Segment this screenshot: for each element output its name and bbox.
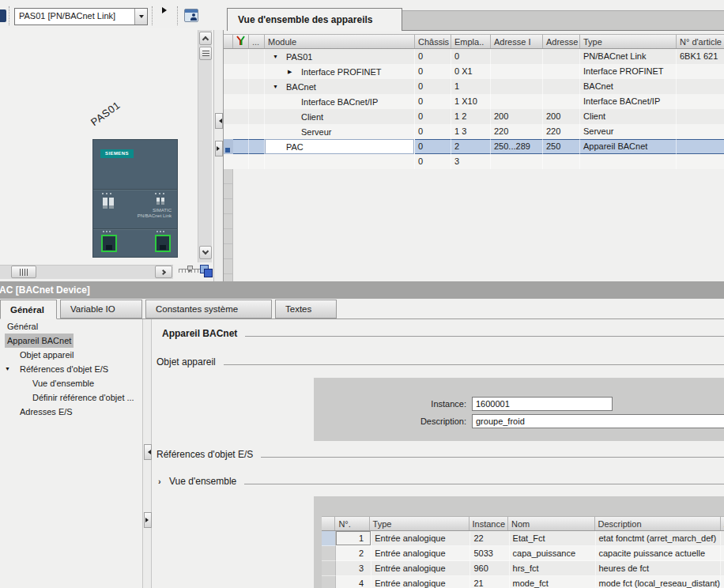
row-gutter-cell[interactable] xyxy=(224,154,233,169)
nav-item[interactable]: Définir référence d'objet ... xyxy=(0,390,142,405)
device-table-row[interactable]: ▼BACnet01BACnet xyxy=(224,79,724,94)
properties-tab-4[interactable]: Textes xyxy=(275,300,337,318)
extra-cell xyxy=(249,124,265,139)
column-header-chassis[interactable]: Châssis xyxy=(415,35,451,48)
instance-cell: 5033 xyxy=(470,546,509,561)
drag-handle-icon[interactable] xyxy=(225,148,230,153)
tab-device-overview[interactable]: Vue d'ensemble des appareils xyxy=(227,8,402,31)
instance-input[interactable] xyxy=(472,397,613,411)
ref-table-row[interactable]: 4Entrée analogique21mode_fctmode fct (lo… xyxy=(322,576,724,588)
device-table-row[interactable]: PAC02250...289250Appareil BACnet xyxy=(224,139,724,154)
row-gutter-cell[interactable] xyxy=(224,109,233,124)
article-cell xyxy=(677,79,724,94)
module-cell[interactable]: ▶Interface PROFINET xyxy=(265,64,415,79)
expand-chevron-icon[interactable]: › xyxy=(158,477,169,486)
nav-item[interactable]: Général xyxy=(0,319,142,334)
nav-item[interactable]: Objet appareil xyxy=(0,348,142,362)
module-cell[interactable]: PAC xyxy=(265,139,415,154)
column-header-module[interactable]: Module xyxy=(265,35,415,48)
properties-content: Appareil BACnet Objet appareil Instance:… xyxy=(152,319,724,588)
flyout-arrow-icon[interactable] xyxy=(162,7,170,13)
row-gutter-cell[interactable] xyxy=(322,531,336,546)
scroll-down-button[interactable] xyxy=(199,246,212,259)
ref-table-row[interactable]: 2Entrée analogique5033capa_puissancecapa… xyxy=(322,546,724,561)
row-gutter-cell[interactable] xyxy=(224,94,233,109)
ref-table-row[interactable]: 3Entrée analogique960hrs_fctheures de fc… xyxy=(322,561,724,576)
collapse-left-button[interactable] xyxy=(215,113,223,129)
description-cell: capacite puissance actuelle xyxy=(596,546,722,561)
device-table-row[interactable]: Client01 2200200Client xyxy=(224,109,724,124)
device-table-row[interactable]: 03 xyxy=(224,154,724,169)
nav-item[interactable]: ▼Références d'objet E/S xyxy=(0,362,142,376)
row-gutter-cell[interactable] xyxy=(322,546,336,561)
type-cell: Entrée analogique xyxy=(371,546,470,561)
device-graphic[interactable]: SIEMENS SIMATIC PN/BACnet Link xyxy=(92,139,178,258)
column-header-3[interactable]: Instance xyxy=(469,517,508,530)
clipped-toolbar-icon[interactable] xyxy=(0,9,6,22)
vertical-scrollbar[interactable] xyxy=(198,30,212,262)
status-cell xyxy=(233,109,249,124)
collapse-icon[interactable]: ▼ xyxy=(5,362,17,376)
row-gutter-cell[interactable] xyxy=(224,64,233,79)
column-header-extra[interactable]: ... xyxy=(249,35,265,48)
scroll-grip-button[interactable] xyxy=(11,266,36,278)
scroll-right-button[interactable] xyxy=(155,266,172,278)
zoom-slider-thumb[interactable] xyxy=(187,266,193,270)
collapse-icon[interactable]: ▼ xyxy=(273,84,286,89)
column-header-2[interactable]: Type xyxy=(370,517,469,530)
device-table-row[interactable]: Interface BACnet/IP01 X10Interface BACne… xyxy=(224,94,724,109)
column-header-4[interactable]: Nom xyxy=(508,517,595,530)
module-cell[interactable]: Client xyxy=(265,109,415,124)
panel-splitter[interactable] xyxy=(213,30,224,281)
fit-to-view-icon[interactable] xyxy=(199,264,213,278)
column-header-addr-i[interactable]: Adresse I xyxy=(491,35,543,48)
nav-item[interactable]: Appareil BACnet xyxy=(0,334,142,348)
device-selector-dropdown[interactable]: PAS01 [PN/BACnet Link] xyxy=(14,8,148,25)
row-gutter-cell[interactable] xyxy=(224,49,233,64)
collapse-left-button[interactable] xyxy=(144,444,152,460)
column-header-1[interactable]: N°. xyxy=(335,517,369,530)
horizontal-scrollbar[interactable] xyxy=(0,265,173,279)
row-gutter-cell[interactable] xyxy=(224,124,233,139)
properties-tab-1[interactable]: Général xyxy=(0,300,57,319)
properties-tab-2[interactable]: Variable IO xyxy=(60,300,142,318)
module-cell[interactable]: ▼BACnet xyxy=(265,79,415,94)
device-table-row[interactable]: ▼PAS0100PN/BACnet Link6BK1 621 xyxy=(224,49,724,64)
ref-table-row[interactable]: 1Entrée analogique22Etat_Fctetat fonctmt… xyxy=(322,531,724,546)
nav-item[interactable]: Vue d'ensemble xyxy=(0,376,142,390)
row-gutter-cell[interactable] xyxy=(322,561,336,576)
expand-icon[interactable]: ▶ xyxy=(288,69,301,75)
properties-splitter[interactable] xyxy=(142,319,152,588)
module-cell[interactable]: Interface BACnet/IP xyxy=(265,94,415,109)
scroll-grip-button[interactable] xyxy=(199,47,212,60)
column-header-5[interactable]: Description xyxy=(595,517,721,530)
extra-cell xyxy=(249,109,265,124)
nav-item[interactable]: Adresses E/S xyxy=(0,405,142,419)
chevron-down-icon[interactable] xyxy=(134,9,147,24)
column-header-slot[interactable]: Empla.. xyxy=(451,35,491,48)
collapse-icon[interactable]: ▼ xyxy=(273,54,286,59)
subsection-vue-densemble: › Vue d'ensemble xyxy=(158,476,724,487)
device-table-row[interactable]: Serveur01 3220220Serveur xyxy=(224,124,724,139)
module-cell[interactable] xyxy=(265,154,415,169)
row-gutter-cell[interactable] xyxy=(224,139,233,154)
module-cell[interactable]: ▼PAS01 xyxy=(265,49,415,64)
module-cell[interactable]: Serveur xyxy=(265,124,415,139)
row-gutter-cell[interactable] xyxy=(322,576,336,588)
scroll-up-button[interactable] xyxy=(199,32,212,45)
addr-s-cell: 200 xyxy=(543,109,580,124)
collapse-right-button[interactable] xyxy=(144,512,152,528)
nav-item-label: Références d'objet E/S xyxy=(17,362,111,376)
row-gutter-cell[interactable] xyxy=(224,79,233,94)
collapse-right-button[interactable] xyxy=(215,141,223,156)
column-header-6[interactable]: Adresse E xyxy=(721,517,724,530)
device-canvas[interactable]: PAS01 SIEMENS SIMATIC PN/BACnet Link xyxy=(0,28,198,264)
description-input[interactable] xyxy=(472,414,724,428)
device-table-row[interactable]: ▶Interface PROFINET00 X1Interface PROFIN… xyxy=(224,64,724,79)
column-header-addr-s[interactable]: Adresse S xyxy=(543,35,580,48)
column-header-article[interactable]: N° d'article xyxy=(677,35,724,48)
column-header-type[interactable]: Type xyxy=(580,35,677,48)
device-view-icon[interactable] xyxy=(184,9,198,22)
nav-item-label: Objet appareil xyxy=(17,348,77,362)
properties-tab-3[interactable]: Constantes système xyxy=(145,300,272,318)
